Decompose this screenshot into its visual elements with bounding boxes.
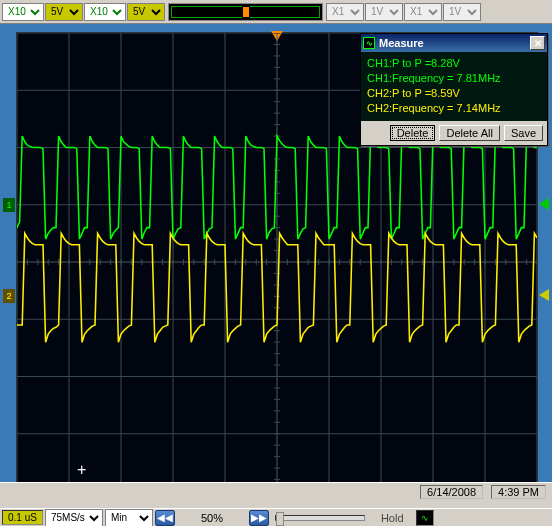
scroll-right-button[interactable]: ▶▶ xyxy=(249,510,269,526)
ch2-vdiv-select[interactable]: 5V xyxy=(127,3,165,21)
bottom-toolbar: 0.1 uS 75MS/s Min ◀◀ 50% ▶▶ Hold ∿ xyxy=(0,508,552,526)
ch3-vdiv-select[interactable]: 1V xyxy=(365,3,403,21)
ch3-probe-select[interactable]: X1 xyxy=(326,3,364,21)
measure-title-text: Measure xyxy=(379,37,424,49)
ch2-ground-tab[interactable]: 2 xyxy=(3,289,15,303)
zoom-percent: 50% xyxy=(177,512,247,524)
measure-ch2-freq: CH2:Frequency = 7.14MHz xyxy=(367,101,541,116)
ch2-level-arrow-icon xyxy=(539,289,549,301)
trigger-position-bar[interactable] xyxy=(168,3,323,21)
sample-rate-select[interactable]: 75MS/s xyxy=(45,509,103,527)
measure-titlebar[interactable]: ∿ Measure ✕ xyxy=(361,34,547,52)
ch1-level-arrow-icon xyxy=(539,198,549,210)
os-taskbar: 6/14/2008 4:39 PM xyxy=(0,482,552,500)
ch4-vdiv-select[interactable]: 1V xyxy=(443,3,481,21)
ch1-vdiv-select[interactable]: 5V xyxy=(45,3,83,21)
taskbar-date: 6/14/2008 xyxy=(420,485,483,499)
scroll-left-button[interactable]: ◀◀ xyxy=(155,510,175,526)
measure-ch2-pp: CH2:P to P =8.59V xyxy=(367,86,541,101)
trigger-cursor-icon[interactable] xyxy=(242,6,250,18)
measure-window[interactable]: ∿ Measure ✕ CH1:P to P =8.28V CH1:Freque… xyxy=(360,33,548,146)
measure-buttonbar: Delete Delete All Save xyxy=(361,121,547,145)
delete-button[interactable]: Delete xyxy=(390,125,436,141)
timediv-readout[interactable]: 0.1 uS xyxy=(2,510,43,525)
ch2-probe-select[interactable]: X10 xyxy=(84,3,126,21)
measure-ch1-freq: CH1:Frequency = 7.81MHz xyxy=(367,71,541,86)
hold-label: Hold xyxy=(371,512,414,524)
ch4-probe-select[interactable]: X1 xyxy=(404,3,442,21)
slider-thumb-icon[interactable] xyxy=(276,512,284,526)
top-toolbar: X10 5V X10 5V X1 1V X1 1V xyxy=(0,0,552,24)
cursor-crosshair-icon: + xyxy=(77,461,86,479)
trigger-mode-select[interactable]: Min xyxy=(105,509,153,527)
taskbar-time: 4:39 PM xyxy=(491,485,546,499)
ch1-probe-select[interactable]: X10 xyxy=(2,3,44,21)
measure-readout: CH1:P to P =8.28V CH1:Frequency = 7.81MH… xyxy=(361,52,547,121)
measure-ch1-pp: CH1:P to P =8.28V xyxy=(367,56,541,71)
save-button[interactable]: Save xyxy=(504,125,543,141)
close-button[interactable]: ✕ xyxy=(530,36,545,50)
ch1-ground-tab[interactable]: 1 xyxy=(3,198,15,212)
waveform-status-icon: ∿ xyxy=(416,510,434,526)
measure-app-icon: ∿ xyxy=(363,37,375,49)
position-slider[interactable] xyxy=(275,515,365,521)
delete-all-button[interactable]: Delete All xyxy=(439,125,499,141)
